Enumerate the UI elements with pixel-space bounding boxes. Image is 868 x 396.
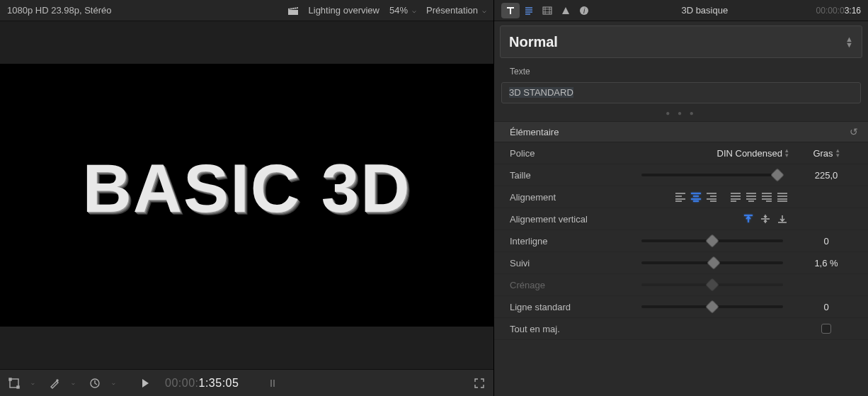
canvas-3d-title: BASIC 3D	[82, 149, 411, 227]
param-label: Interligne	[510, 236, 630, 247]
param-alignment: Alignement	[494, 186, 868, 208]
tab-video[interactable]	[538, 3, 556, 18]
zoom-menu[interactable]: 54% ⌵	[389, 5, 416, 16]
text-input[interactable]: 3D STANDARD	[501, 82, 861, 103]
text-value: 3D STANDARD	[509, 87, 573, 98]
kerning-slider	[641, 283, 783, 286]
align-right-button[interactable]	[705, 191, 718, 203]
svg-rect-7	[543, 7, 552, 14]
param-label: Alignement	[510, 192, 630, 203]
leading-value[interactable]: 0	[794, 236, 858, 247]
align-left-button[interactable]	[674, 191, 687, 203]
param-label: Alignement vertical	[510, 214, 630, 225]
inspector-title: 3D basique	[599, 5, 811, 16]
group-name: Élémentaire	[510, 127, 559, 137]
tracking-slider[interactable]	[641, 261, 783, 264]
chevron-down-icon: ⌵	[412, 6, 416, 14]
stepper-icon: ▲▼	[845, 36, 853, 47]
baseline-value[interactable]: 0	[794, 302, 858, 312]
param-leading: Interligne 0	[494, 230, 868, 252]
param-size: Taille 225,0	[494, 164, 868, 186]
chevron-down-icon: ⌵	[482, 6, 486, 14]
inspector-tabs: i	[501, 3, 593, 18]
align-center-button[interactable]	[690, 191, 702, 203]
param-label: Taille	[510, 170, 630, 181]
audio-meter-icon[interactable]	[265, 376, 280, 390]
baseline-slider[interactable]	[641, 305, 783, 308]
svg-rect-6	[273, 380, 275, 387]
viewer-footer: ⌵ ⌵ ⌵ 00:00:1:35:05	[0, 369, 493, 396]
param-kerning: Crénage	[494, 274, 868, 296]
valign-middle-button[interactable]	[759, 213, 772, 225]
param-label: Tout en maj.	[510, 324, 630, 334]
text-style-preset[interactable]: Normal ▲▼	[500, 26, 862, 58]
param-font: Police DIN Condensed ▴▾ Gras ▴▾	[494, 142, 868, 164]
valign-top-button[interactable]	[742, 213, 755, 225]
font-weight-dropdown[interactable]: Gras ▴▾	[794, 148, 858, 159]
param-vertical-alignment: Alignement vertical	[494, 208, 868, 230]
param-baseline: Ligne standard 0	[494, 296, 868, 318]
resize-handle-icon[interactable]: ● ● ●	[494, 108, 868, 121]
tracking-value[interactable]: 1,6 %	[794, 258, 858, 268]
fullscreen-icon[interactable]	[472, 376, 486, 390]
format-label: 1080p HD 23.98p, Stéréo	[7, 5, 111, 16]
zoom-value: 54%	[389, 5, 408, 16]
param-label: Suivi	[510, 258, 630, 268]
param-label: Ligne standard	[510, 302, 630, 312]
view-menu-label: Présentation	[426, 5, 478, 16]
inspector-pane: i 3D basique 00:00:03:16 Normal ▲▼ Texte…	[494, 0, 868, 396]
play-button[interactable]	[138, 376, 152, 390]
justify-right-button[interactable]	[760, 191, 773, 203]
style-name: Normal	[509, 34, 558, 50]
allcaps-checkbox[interactable]	[821, 324, 831, 334]
stepper-icon: ▴▾	[785, 148, 789, 158]
param-tracking: Suivi 1,6 %	[494, 252, 868, 274]
justify-full-button[interactable]	[776, 191, 789, 203]
svg-rect-2	[17, 386, 19, 388]
param-allcaps: Tout en maj.	[494, 318, 868, 340]
stepper-icon: ▴▾	[836, 148, 840, 158]
text-section-label: Texte	[494, 64, 868, 79]
valign-bottom-button[interactable]	[776, 213, 789, 225]
clapperboard-icon	[287, 6, 299, 16]
transform-tool-icon[interactable]	[7, 376, 21, 390]
chevron-down-icon: ⌵	[31, 380, 35, 386]
inspector-duration: 00:00:03:16	[816, 6, 861, 16]
size-value[interactable]: 225,0	[794, 170, 858, 181]
size-slider[interactable]	[641, 174, 783, 176]
inspector-header: i 3D basique 00:00:03:16	[494, 0, 868, 21]
tab-generator[interactable]	[556, 3, 575, 18]
justify-left-button[interactable]	[729, 191, 742, 203]
tab-text[interactable]	[501, 3, 520, 18]
param-label: Police	[510, 148, 630, 159]
clip-name[interactable]: Lighting overview	[309, 5, 379, 16]
chevron-down-icon: ⌵	[72, 380, 75, 386]
chevron-down-icon: ⌵	[112, 380, 115, 386]
svg-rect-1	[9, 378, 11, 380]
tab-paragraph[interactable]	[520, 3, 538, 18]
viewer-canvas[interactable]: BASIC 3D	[0, 21, 493, 369]
group-header-basic[interactable]: Élémentaire ↺	[494, 121, 868, 142]
leading-slider[interactable]	[641, 239, 783, 242]
viewer-pane: 1080p HD 23.98p, Stéréo Lighting overvie…	[0, 0, 494, 396]
view-menu[interactable]: Présentation ⌵	[426, 5, 486, 16]
color-tool-icon[interactable]	[47, 376, 62, 390]
svg-point-3	[57, 380, 58, 381]
font-family-dropdown[interactable]: DIN Condensed ▴▾	[636, 148, 789, 159]
param-list: Police DIN Condensed ▴▾ Gras ▴▾ Taille	[494, 142, 868, 340]
playhead-timecode[interactable]: 00:00:1:35:05	[165, 376, 239, 390]
tab-info[interactable]: i	[575, 3, 593, 18]
svg-rect-5	[270, 380, 272, 387]
reset-icon[interactable]: ↺	[850, 126, 858, 137]
viewer-header: 1080p HD 23.98p, Stéréo Lighting overvie…	[0, 0, 493, 21]
retime-tool-icon[interactable]	[88, 376, 102, 390]
param-label: Crénage	[510, 280, 630, 290]
justify-center-button[interactable]	[745, 191, 758, 203]
